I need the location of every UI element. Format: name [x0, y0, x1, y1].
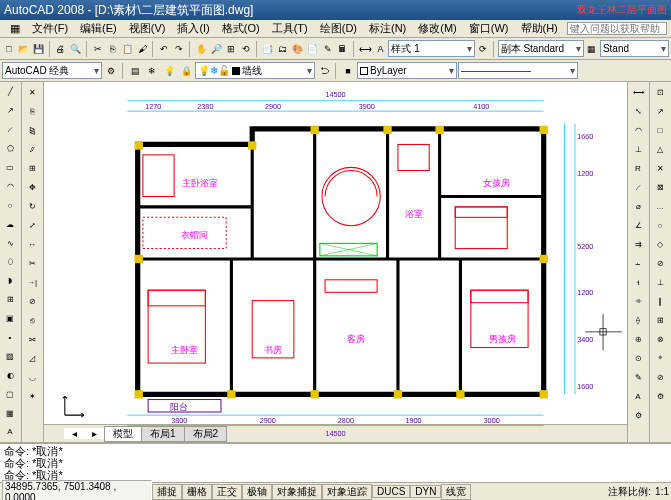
dimjogged-icon[interactable]: ⟋: [629, 178, 647, 196]
undo-icon[interactable]: ↶: [157, 41, 171, 57]
textstyle-combo[interactable]: 副本 Standard▾: [498, 40, 584, 57]
zoom-prev-icon[interactable]: ⟲: [239, 41, 253, 57]
mode-polar[interactable]: 极轴: [242, 484, 272, 500]
stretch-icon[interactable]: ↔: [23, 235, 41, 253]
menu-help[interactable]: 帮助(H): [515, 21, 564, 36]
properties-icon[interactable]: 📑: [261, 41, 275, 57]
menu-modify[interactable]: 修改(M): [412, 21, 463, 36]
table-icon[interactable]: ▦: [585, 41, 599, 57]
zoom-window-icon[interactable]: ⊞: [224, 41, 238, 57]
table-draw-icon[interactable]: ▦: [1, 404, 19, 422]
dimedit-icon[interactable]: ✎: [629, 368, 647, 386]
xline-icon[interactable]: ↗: [1, 102, 19, 120]
design-center-icon[interactable]: 🗂: [276, 41, 290, 57]
zoom-icon[interactable]: 🔎: [209, 41, 223, 57]
mode-snap[interactable]: 捕捉: [152, 484, 182, 500]
snap-none-icon[interactable]: ⊘: [651, 368, 669, 386]
dimspace-icon[interactable]: ⟛: [629, 292, 647, 310]
snap-from-icon[interactable]: ↗: [651, 102, 669, 120]
arc-icon[interactable]: ◠: [1, 177, 19, 195]
menu-format[interactable]: 格式(O): [216, 21, 266, 36]
trim-icon[interactable]: ✂: [23, 254, 41, 272]
print-icon[interactable]: 🖨: [54, 41, 68, 57]
drawing-area[interactable]: 14500 1270 2380 2900 3900 4100 1660 1200…: [44, 82, 627, 442]
mode-otrack[interactable]: 对象追踪: [322, 484, 372, 500]
array-icon[interactable]: ⊞: [23, 159, 41, 177]
tablestyle-combo[interactable]: Stand▾: [600, 40, 669, 57]
extend-icon[interactable]: →|: [23, 273, 41, 291]
new-icon[interactable]: □: [2, 41, 16, 57]
mode-ortho[interactable]: 正交: [212, 484, 242, 500]
mode-ducs[interactable]: DUCS: [372, 485, 410, 498]
insert-block-icon[interactable]: ⊞: [1, 291, 19, 309]
snap-tan-icon[interactable]: ⊘: [651, 254, 669, 272]
markup-icon[interactable]: ✎: [321, 41, 335, 57]
mtext-icon[interactable]: A: [1, 423, 19, 441]
menu-tools[interactable]: 工具(T): [266, 21, 314, 36]
snap-appint-icon[interactable]: ⊠: [651, 178, 669, 196]
dimaligned-icon[interactable]: ⤡: [629, 102, 647, 120]
dimangular-icon[interactable]: ∠: [629, 216, 647, 234]
snap-ins-icon[interactable]: ⊞: [651, 311, 669, 329]
dimbaseline-icon[interactable]: ⫠: [629, 254, 647, 272]
linetype-combo[interactable]: ———————▾: [458, 62, 578, 79]
layer-freeze-icon[interactable]: ❄: [144, 63, 160, 79]
calc-icon[interactable]: 🖩: [336, 41, 350, 57]
copy-icon[interactable]: ⎘: [106, 41, 120, 57]
snap-par-icon[interactable]: ∥: [651, 292, 669, 310]
rotate-icon[interactable]: ↻: [23, 197, 41, 215]
snap-cen-icon[interactable]: ○: [651, 216, 669, 234]
rectangle-icon[interactable]: ▭: [1, 159, 19, 177]
polygon-icon[interactable]: ⬠: [1, 140, 19, 158]
snap-node-icon[interactable]: ⊗: [651, 330, 669, 348]
pan-icon[interactable]: ✋: [194, 41, 208, 57]
menu-view[interactable]: 视图(V): [123, 21, 172, 36]
snap-near-icon[interactable]: ⌖: [651, 349, 669, 367]
dimtedit-icon[interactable]: A: [629, 387, 647, 405]
osnap-settings-icon[interactable]: ⚙: [651, 387, 669, 405]
pline-icon[interactable]: ⟋: [1, 121, 19, 139]
layer-off-icon[interactable]: 💡: [161, 63, 177, 79]
ellipse-arc-icon[interactable]: ◗: [1, 272, 19, 290]
cut-icon[interactable]: ✂: [91, 41, 105, 57]
menu-file[interactable]: 文件(F): [26, 21, 74, 36]
revcloud-icon[interactable]: ☁: [1, 215, 19, 233]
dimstyle-btn-icon[interactable]: ⚙: [629, 406, 647, 424]
join-icon[interactable]: ⫘: [23, 330, 41, 348]
dimlinear-icon[interactable]: ⟷: [629, 83, 647, 101]
dim-update-icon[interactable]: ⟳: [476, 41, 490, 57]
dimcontinue-icon[interactable]: ⫞: [629, 273, 647, 291]
help-search-input[interactable]: [567, 22, 667, 35]
color-swatch-icon[interactable]: ■: [340, 63, 356, 79]
snap-temp-icon[interactable]: ⊡: [651, 83, 669, 101]
centermark-icon[interactable]: ⊙: [629, 349, 647, 367]
dim-linear-icon[interactable]: ⟷: [358, 41, 373, 57]
save-icon[interactable]: 💾: [32, 41, 46, 57]
break-point-icon[interactable]: ⊘: [23, 292, 41, 310]
menu-dimension[interactable]: 标注(N): [363, 21, 412, 36]
layer-props-icon[interactable]: ▤: [127, 63, 143, 79]
layer-prev-icon[interactable]: ⮌: [316, 63, 332, 79]
move-icon[interactable]: ✥: [23, 178, 41, 196]
snap-mid-icon[interactable]: △: [651, 140, 669, 158]
circle-icon[interactable]: ○: [1, 196, 19, 214]
mirror-icon[interactable]: ⧎: [23, 121, 41, 139]
dimarc-icon[interactable]: ◠: [629, 121, 647, 139]
dimradius-icon[interactable]: R: [629, 159, 647, 177]
annotation-scale[interactable]: 1:1: [655, 486, 669, 497]
snap-end-icon[interactable]: □: [651, 121, 669, 139]
gradient-icon[interactable]: ◐: [1, 366, 19, 384]
snap-ext-icon[interactable]: …: [651, 197, 669, 215]
layer-combo[interactable]: 💡❄🔓 墙线▾: [195, 62, 315, 79]
fillet-icon[interactable]: ◡: [23, 368, 41, 386]
layer-lock-icon[interactable]: 🔒: [178, 63, 194, 79]
floorplan-canvas[interactable]: 14500 1270 2380 2900 3900 4100 1660 1200…: [44, 82, 627, 424]
tool-palette-icon[interactable]: 🎨: [291, 41, 305, 57]
snap-int-icon[interactable]: ✕: [651, 159, 669, 177]
dimordinate-icon[interactable]: ⊥: [629, 140, 647, 158]
mode-dyn[interactable]: DYN: [410, 485, 441, 498]
sheet-set-icon[interactable]: 📄: [306, 41, 320, 57]
workspace-settings-icon[interactable]: ⚙: [103, 63, 119, 79]
ellipse-icon[interactable]: ⬯: [1, 253, 19, 271]
mode-lwt[interactable]: 线宽: [441, 484, 471, 500]
